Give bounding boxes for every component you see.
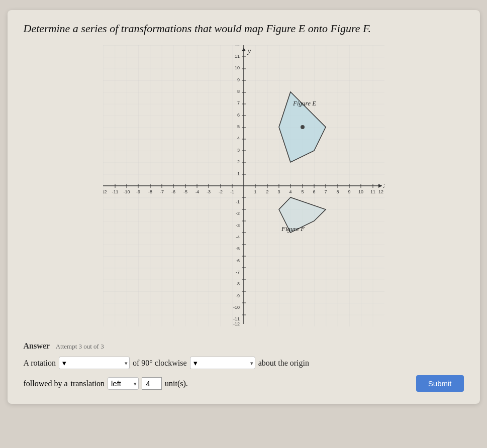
svg-text:-12: -12 bbox=[103, 189, 107, 194]
svg-text:1: 1 bbox=[254, 189, 256, 194]
svg-text:-6: -6 bbox=[235, 258, 239, 263]
figure-e-dot bbox=[301, 125, 305, 129]
graph-wrapper: y x -1 -2 -3 -4 -5 -6 -7 -8 -9 -10 -11 -… bbox=[103, 45, 384, 326]
svg-text:-8: -8 bbox=[148, 189, 152, 194]
attempt-label: Attempt 3 out of 3 bbox=[56, 343, 104, 350]
svg-text:-10: -10 bbox=[123, 189, 130, 194]
submit-button[interactable]: Submit bbox=[416, 375, 464, 392]
svg-text:10: 10 bbox=[358, 189, 363, 194]
graph-area: y x -1 -2 -3 -4 -5 -6 -7 -8 -9 -10 -11 -… bbox=[24, 45, 464, 326]
svg-text:-1: -1 bbox=[235, 199, 239, 204]
translation-word: translation bbox=[70, 379, 105, 388]
answer-row-2: followed by a translation left right up … bbox=[24, 377, 188, 390]
direction-dropdown-wrapper[interactable]: left right up down bbox=[108, 377, 139, 390]
direction-dropdown[interactable]: left right up down bbox=[108, 377, 139, 390]
svg-text:-12: -12 bbox=[233, 321, 239, 326]
svg-text:4: 4 bbox=[289, 189, 291, 194]
rotation-dropdown2[interactable]: ▾ about the origin bbox=[190, 357, 255, 369]
units-suffix: unit(s). bbox=[165, 379, 188, 388]
rotation-middle: of 90° clockwise bbox=[133, 359, 187, 368]
svg-text:-5: -5 bbox=[235, 246, 239, 251]
figure-f-label: Figure F bbox=[281, 225, 305, 233]
svg-text:-7: -7 bbox=[159, 189, 163, 194]
svg-text:1: 1 bbox=[237, 171, 239, 176]
units-input[interactable] bbox=[142, 377, 162, 390]
answer-label: Answer Attempt 3 out of 3 bbox=[24, 342, 464, 351]
svg-text:-2: -2 bbox=[235, 211, 239, 216]
svg-text:-2: -2 bbox=[218, 189, 222, 194]
bottom-row: followed by a translation left right up … bbox=[24, 375, 464, 392]
svg-text:-11: -11 bbox=[233, 316, 239, 321]
rotation-dropdown1-wrapper[interactable]: ▾ clockwise counterclockwise bbox=[59, 357, 130, 369]
svg-text:-11: -11 bbox=[112, 189, 118, 194]
svg-text:3: 3 bbox=[237, 148, 239, 153]
coordinate-plane: y x -1 -2 -3 -4 -5 -6 -7 -8 -9 -10 -11 -… bbox=[103, 45, 384, 326]
svg-text:11: 11 bbox=[234, 54, 239, 59]
svg-text:7: 7 bbox=[237, 100, 239, 105]
svg-text:2: 2 bbox=[237, 159, 239, 164]
svg-text:10: 10 bbox=[234, 65, 239, 70]
question-title: Determine a series of transformations th… bbox=[24, 22, 464, 35]
svg-text:11: 11 bbox=[370, 189, 375, 194]
svg-text:-7: -7 bbox=[235, 270, 239, 275]
svg-text:-9: -9 bbox=[235, 293, 239, 298]
svg-text:x: x bbox=[383, 182, 384, 189]
svg-text:-9: -9 bbox=[136, 189, 140, 194]
svg-text:12: 12 bbox=[378, 189, 383, 194]
main-container: Determine a series of transformations th… bbox=[8, 10, 480, 404]
svg-text:6: 6 bbox=[313, 189, 315, 194]
svg-text:-1: -1 bbox=[230, 189, 234, 194]
svg-text:7: 7 bbox=[324, 189, 327, 194]
svg-text:y: y bbox=[247, 47, 251, 55]
svg-text:3: 3 bbox=[277, 189, 280, 194]
svg-text:4: 4 bbox=[237, 136, 239, 141]
rotation-dropdown1[interactable]: ▾ clockwise counterclockwise bbox=[59, 357, 130, 369]
rotation-suffix: about the origin bbox=[258, 359, 309, 368]
svg-text:-8: -8 bbox=[235, 281, 239, 286]
svg-text:-4: -4 bbox=[194, 189, 199, 194]
rotation-dropdown2-wrapper[interactable]: ▾ about the origin bbox=[190, 357, 255, 369]
answer-row-1: A rotation ▾ clockwise counterclockwise … bbox=[24, 357, 464, 369]
svg-text:-5: -5 bbox=[183, 189, 187, 194]
svg-text:2: 2 bbox=[266, 189, 268, 194]
svg-text:9: 9 bbox=[237, 77, 239, 82]
svg-text:-3: -3 bbox=[206, 189, 210, 194]
svg-text:-10: -10 bbox=[233, 305, 239, 310]
answer-section: Answer Attempt 3 out of 3 A rotation ▾ c… bbox=[24, 342, 464, 392]
translation-prefix: followed by a bbox=[24, 379, 68, 388]
svg-text:-6: -6 bbox=[171, 189, 175, 194]
figure-e-label: Figure E bbox=[293, 99, 316, 107]
svg-text:-4: -4 bbox=[235, 235, 239, 240]
svg-text:8: 8 bbox=[336, 189, 339, 194]
svg-text:8: 8 bbox=[237, 89, 239, 94]
rotation-prefix: A rotation bbox=[24, 359, 56, 368]
svg-text:5: 5 bbox=[237, 124, 239, 129]
svg-text:6: 6 bbox=[237, 113, 239, 118]
svg-text:-3: -3 bbox=[235, 223, 239, 228]
svg-text:12: 12 bbox=[234, 45, 239, 47]
svg-text:9: 9 bbox=[348, 189, 350, 194]
svg-text:5: 5 bbox=[301, 189, 304, 194]
answer-word: Answer bbox=[24, 342, 50, 350]
